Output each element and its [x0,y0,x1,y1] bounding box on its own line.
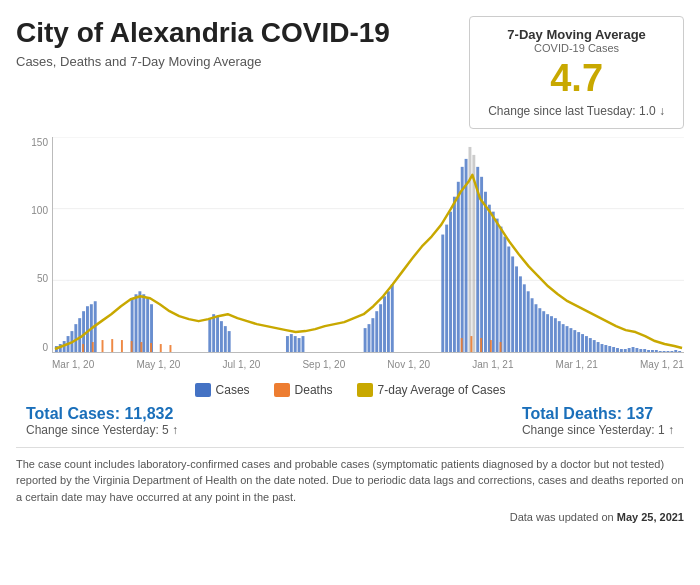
svg-rect-30 [302,336,305,352]
svg-rect-66 [546,314,549,352]
svg-rect-72 [569,328,572,352]
svg-rect-32 [368,324,371,352]
svg-rect-102 [92,342,94,352]
deaths-change: Change since Yesterday: 1 ↑ [522,423,674,437]
svg-rect-18 [146,298,149,352]
svg-rect-112 [470,336,472,352]
svg-rect-98 [670,351,673,352]
svg-rect-57 [511,256,514,352]
svg-rect-103 [102,340,104,352]
svg-rect-94 [655,350,658,352]
svg-rect-44 [461,167,464,352]
svg-rect-29 [298,338,301,352]
x-label-1: May 1, 20 [136,359,180,370]
svg-rect-35 [379,304,382,352]
page-subtitle: Cases, Deaths and 7-Day Moving Average [16,54,390,69]
svg-rect-76 [585,336,588,352]
svg-rect-67 [550,316,553,352]
total-deaths-block: Total Deaths: 137 Change since Yesterday… [522,405,674,437]
x-label-6: Mar 1, 21 [556,359,598,370]
x-label-2: Jul 1, 20 [222,359,260,370]
total-deaths-title: Total Deaths: 137 [522,405,674,423]
svg-rect-53 [496,218,499,351]
svg-rect-77 [589,338,592,352]
cases-change: Change since Yesterday: 5 ↑ [26,423,178,437]
average-label: 7-day Average of Cases [378,383,506,397]
svg-rect-38 [391,284,394,352]
change-label: Change since last Tuesday: [488,104,635,118]
deaths-label: Deaths [295,383,333,397]
svg-rect-9 [78,318,81,352]
svg-rect-39 [441,234,444,351]
stats-row: Total Cases: 11,832 Change since Yesterd… [16,405,684,437]
svg-rect-59 [519,276,522,352]
svg-rect-92 [647,350,650,352]
chart-svg [53,137,684,352]
svg-rect-89 [635,348,638,352]
y-label-50: 50 [37,273,48,284]
svg-rect-51 [488,204,491,351]
average-swatch [357,383,373,397]
svg-rect-95 [659,351,662,352]
legend-cases: Cases [195,383,250,397]
svg-rect-37 [387,291,390,352]
total-cases-title: Total Cases: 11,832 [26,405,178,423]
svg-rect-24 [224,326,227,352]
total-cases-block: Total Cases: 11,832 Change since Yesterd… [26,405,178,437]
svg-rect-65 [542,311,545,352]
svg-rect-61 [527,291,530,352]
svg-rect-41 [449,211,452,351]
x-axis: Mar 1, 20 May 1, 20 Jul 1, 20 Sep 1, 20 … [52,353,684,377]
update-line: Data was updated on May 25, 2021 [16,511,684,523]
svg-rect-58 [515,266,518,352]
x-label-3: Sep 1, 20 [302,359,345,370]
svg-rect-115 [500,342,502,352]
svg-rect-105 [121,340,123,352]
svg-rect-68 [554,318,557,352]
svg-rect-108 [150,343,152,352]
y-label-150: 150 [31,137,48,148]
moving-average-box: 7-Day Moving Average COVID-19 Cases 4.7 … [469,16,684,129]
svg-rect-54 [500,226,503,351]
svg-rect-27 [290,334,293,352]
change-value: 1.0 [639,104,656,118]
x-label-7: May 1, 21 [640,359,684,370]
svg-rect-91 [643,349,646,352]
svg-rect-63 [535,304,538,352]
svg-rect-93 [651,350,654,352]
svg-rect-69 [558,321,561,352]
svg-rect-50 [484,192,487,352]
page-title: City of Alexandria COVID-19 [16,16,390,50]
x-label-4: Nov 1, 20 [387,359,430,370]
note-text: The case count includes laboratory-confi… [16,447,684,506]
svg-rect-17 [142,294,145,352]
change-line: Change since last Tuesday: 1.0 ↓ [488,104,665,118]
svg-rect-11 [86,306,89,352]
y-label-100: 100 [31,205,48,216]
chart-container: 150 100 50 0 [16,137,684,377]
svg-rect-101 [82,344,84,352]
svg-rect-114 [490,340,492,352]
svg-rect-100 [678,351,681,352]
svg-rect-43 [457,182,460,352]
svg-rect-52 [492,211,495,351]
box-subtitle: COVID-19 Cases [488,42,665,54]
svg-rect-15 [135,294,138,352]
svg-rect-55 [503,236,506,351]
svg-rect-23 [220,321,223,352]
chart-area [52,137,684,353]
update-date: May 25, 2021 [617,511,684,523]
svg-rect-104 [111,339,113,352]
svg-rect-62 [531,298,534,352]
svg-rect-40 [445,224,448,351]
y-label-0: 0 [42,342,48,353]
svg-rect-84 [616,348,619,352]
svg-rect-42 [453,197,456,352]
svg-rect-64 [538,308,541,352]
svg-rect-26 [286,336,289,352]
svg-rect-22 [216,316,219,352]
svg-rect-34 [375,311,378,352]
change-arrow: ↓ [659,104,665,118]
svg-rect-74 [577,332,580,352]
update-prefix: Data was updated on [510,511,617,523]
